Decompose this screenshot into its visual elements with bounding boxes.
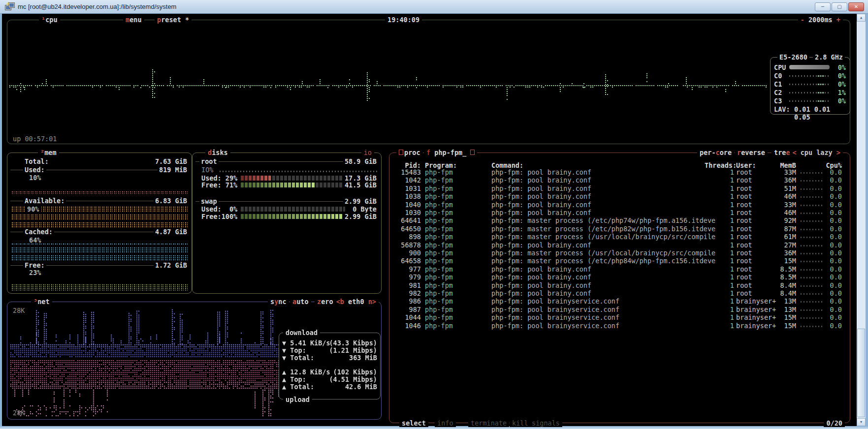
proc-mem: 8.5M [767, 265, 796, 273]
proc-row[interactable]: 979php-fpmphp-fpm: pool brainy.conf1root… [389, 273, 850, 281]
proc-mem: 15M [767, 257, 796, 265]
proc-pid: 1042 [393, 176, 421, 184]
scroll-up-icon[interactable]: ▲ [857, 14, 866, 22]
disk-root-free-percent: 71% [225, 181, 237, 189]
proc-row[interactable]: 15483php-fpmphp-fpm: pool brainy.conf1ro… [389, 168, 850, 176]
info-button[interactable]: info [435, 419, 456, 427]
proc-command: php-fpm: pool brainyservice.conf [491, 313, 619, 321]
disk-swap-free-value: 2.99 GiB [343, 213, 378, 220]
scroll-down-icon[interactable]: ▼ [857, 418, 866, 426]
proc-row[interactable]: 898php-fpmphp-fpm: master process (/usr/… [389, 233, 850, 241]
scrollbar[interactable]: ▲ ▼ [857, 14, 866, 426]
close-button[interactable]: ✕ [848, 2, 864, 11]
proc-pid: 1044 [393, 313, 421, 321]
proc-history-dots [801, 285, 824, 287]
proc-row[interactable]: 977php-fpmphp-fpm: pool brainy.conf1root… [389, 265, 850, 273]
terminate-button[interactable]: terminate [468, 419, 509, 427]
proc-pid: 1046 [393, 322, 421, 330]
proc-filter-input[interactable]: f php-fpm_ [424, 149, 477, 156]
proc-history-dots [801, 253, 824, 254]
nic-switcher[interactable]: <b eth0 n> [334, 298, 379, 306]
net-box-title[interactable]: ³net [31, 298, 52, 306]
proc-mem: 51M [767, 184, 796, 192]
proc-row[interactable]: 56878php-fpmphp-fpm: pool brainy.conf1ro… [389, 241, 850, 249]
proc-mem: 61M [767, 233, 796, 241]
mem-box: ²mem Total: 7.63 GiB Used: 819 MiB 10% A… [7, 153, 192, 294]
proc-cpu: 0.0 [825, 281, 842, 289]
proc-command: php-fpm: pool brainy.conf [491, 168, 591, 176]
kill-button[interactable]: kill [510, 419, 531, 427]
proc-program: php-fpm [425, 176, 453, 184]
disk-root-free-value: 41.5 GiB [343, 181, 378, 189]
upload-total-value: 42.6 MiB [345, 383, 377, 391]
cpu-frequency: 2.8 GHz [813, 53, 845, 61]
proc-row[interactable]: 1038php-fpmphp-fpm: pool brainy.conf1roo… [389, 192, 850, 200]
net-sync-toggle[interactable]: sync [268, 298, 289, 306]
interval-decrease-button[interactable]: - [801, 16, 804, 24]
maximize-button[interactable]: ▢ [832, 2, 847, 11]
proc-user: root [736, 265, 752, 273]
download-speed: 5.41 KiB/s [290, 339, 330, 347]
disk-swap-used-meter [241, 207, 345, 212]
sort-selector[interactable]: < cpu lazy > [790, 149, 843, 156]
proc-box-title[interactable]: proc [396, 149, 423, 156]
select-button[interactable]: select [399, 419, 428, 427]
proc-cpu: 0.0 [825, 241, 842, 249]
reverse-toggle[interactable]: reverse [735, 149, 768, 156]
proc-row[interactable]: 1042php-fpmphp-fpm: pool brainy.conf1roo… [389, 176, 850, 184]
upload-speed-row: ▲ 12.8 KiB/s [282, 368, 330, 376]
proc-row[interactable]: 1031php-fpmphp-fpm: pool brainy.conf1roo… [389, 184, 850, 192]
proc-user: root [736, 216, 752, 224]
upload-arrow-icon: ▲ [282, 383, 286, 391]
proc-program: php-fpm [425, 249, 453, 257]
io-mode-tab[interactable]: io [361, 149, 374, 156]
interval-increase-button[interactable]: + [836, 16, 840, 24]
net-scale-bottom: 28K [13, 409, 25, 417]
proc-row[interactable]: 1030php-fpmphp-fpm: pool brainy.conf1roo… [389, 209, 850, 216]
proc-program: php-fpm [425, 241, 453, 249]
cpu-box: ¹cpu menu preset * 19:40:09 - 2000ms + u… [7, 20, 850, 144]
proc-row[interactable]: 64658php-fpmphp-fpm: master process (/et… [389, 257, 850, 265]
proc-mem: 8.5M [767, 273, 796, 281]
net-auto-toggle[interactable]: auto [290, 298, 311, 306]
proc-row[interactable]: 987php-fpmphp-fpm: pool brainyservice.co… [389, 306, 850, 313]
proc-row[interactable]: 986php-fpmphp-fpm: pool brainyservice.co… [389, 297, 850, 305]
proc-mem: 92M [767, 216, 796, 224]
proc-row[interactable]: 900php-fpmphp-fpm: master process (/usr/… [389, 249, 850, 257]
proc-program: php-fpm [425, 168, 453, 176]
proc-row[interactable]: 982php-fpmphp-fpm: pool brainy.conf1root… [389, 289, 850, 297]
scrollbar-thumb[interactable] [857, 329, 865, 417]
disks-box-title[interactable]: disks [205, 149, 230, 156]
core-percent: 1% [838, 89, 846, 96]
mem-box-title[interactable]: ²mem [38, 149, 59, 156]
net-zero-toggle[interactable]: zero [315, 298, 336, 306]
proc-program: php-fpm [425, 297, 453, 305]
tree-toggle[interactable]: tree [772, 149, 793, 156]
menu-button[interactable]: menu [123, 16, 144, 24]
proc-program: php-fpm [425, 257, 453, 265]
proc-program: php-fpm [425, 209, 453, 216]
proc-command: php-fpm: master process (/etc/php84w/php… [491, 257, 715, 265]
proc-row[interactable]: 1044php-fpmphp-fpm: pool brainyservice.c… [389, 313, 850, 321]
disk-swap-free-label: Free: [201, 213, 222, 220]
proc-row[interactable]: 981php-fpmphp-fpm: pool brainy.conf1root… [389, 281, 850, 289]
proc-cpu: 0.0 [825, 168, 842, 176]
proc-threads: 1 [705, 176, 734, 184]
download-total-label: Total: [290, 354, 314, 362]
proc-history-dots [801, 261, 824, 262]
title-bar[interactable]: mc [root@ub24.itdeveloper.com.ua]:/lib/s… [0, 0, 868, 14]
proc-row[interactable]: 64650php-fpmphp-fpm: master process (/et… [389, 225, 850, 233]
disk-root-free-label: Free: [201, 181, 222, 189]
signals-button[interactable]: signals [529, 419, 562, 427]
preset-button[interactable]: preset * [155, 16, 192, 24]
per-core-toggle[interactable]: per-core [697, 149, 734, 156]
cpu-box-title[interactable]: ¹cpu [39, 16, 60, 24]
proc-row[interactable]: 64641php-fpmphp-fpm: master process (/et… [389, 216, 850, 224]
minimize-button[interactable]: ─ [815, 2, 831, 11]
cpu-meter-bar [789, 65, 830, 69]
proc-row[interactable]: 1040php-fpmphp-fpm: pool brainy.conf1roo… [389, 201, 850, 209]
proc-user: root [736, 233, 752, 241]
filter-clear-icon[interactable] [470, 150, 475, 155]
proc-row[interactable]: 1046php-fpmphp-fpm: pool brainyservice.c… [389, 322, 850, 330]
mem-used-percent: 10% [27, 174, 43, 182]
